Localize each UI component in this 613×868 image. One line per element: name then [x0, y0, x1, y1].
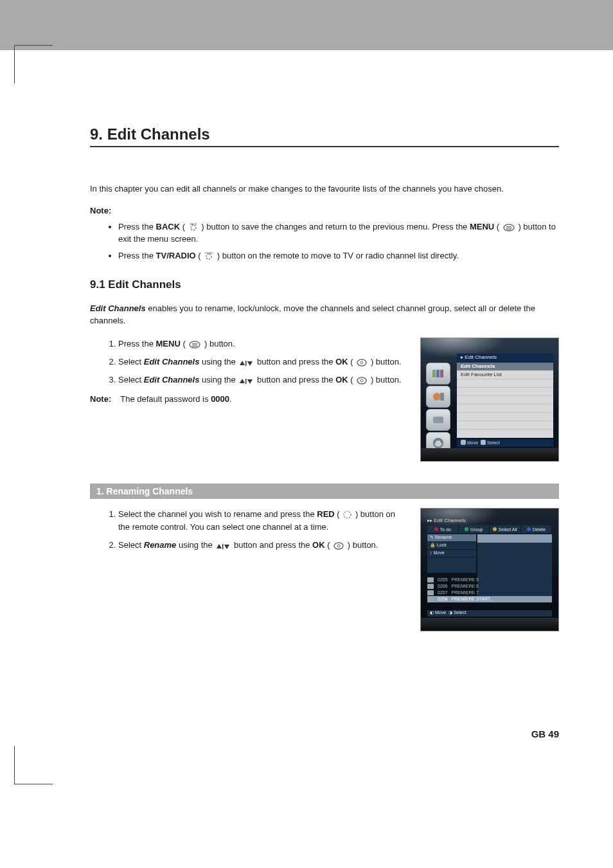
- svg-rect-31: [222, 544, 224, 549]
- up-down-icon: [216, 543, 230, 550]
- svg-point-0: [191, 225, 196, 230]
- ok-icon: [357, 377, 367, 384]
- svg-rect-13: [245, 361, 247, 366]
- chapter-title: 9. Edit Channels: [90, 125, 559, 143]
- svg-marker-17: [240, 379, 245, 383]
- tvradio-icon: TV/RADIO: [204, 251, 213, 260]
- ok-icon: [357, 359, 367, 366]
- chapter-rule: [90, 146, 559, 147]
- intro-paragraph: In this chapter you can edit all channel…: [90, 183, 559, 195]
- svg-rect-22: [432, 370, 436, 377]
- section-9-1-intro: Edit Channels enables you to rename, loc…: [90, 303, 559, 327]
- svg-marker-19: [247, 379, 253, 384]
- step-3: Select Edit Channels using the button an…: [118, 374, 405, 386]
- rename-step-2: Select Rename using the button and press…: [118, 539, 405, 552]
- menu-icon-settings: [426, 409, 450, 431]
- note-bullet-2: Press the TV/RADIO ( TV/RADIO ) button o…: [118, 249, 559, 262]
- svg-point-25: [433, 393, 441, 401]
- note-list: Press the BACK ( BACK ) button to save t…: [118, 221, 559, 262]
- svg-rect-9: [192, 343, 197, 344]
- page-number: GB 49: [531, 728, 559, 739]
- back-icon: BACK: [189, 222, 198, 231]
- note-2: Note: The default password is 0000.: [90, 394, 405, 404]
- svg-rect-18: [245, 379, 247, 384]
- crop-mark-top-left: [14, 45, 53, 84]
- svg-marker-14: [247, 361, 253, 366]
- svg-point-16: [360, 361, 363, 364]
- svg-point-15: [357, 359, 366, 366]
- svg-rect-10: [192, 345, 197, 345]
- menu-icon-channels: [426, 363, 450, 384]
- figure-menu-screenshot: ▸ Edit Channels Edit Channels Edit Favou…: [420, 338, 559, 462]
- svg-marker-30: [217, 544, 222, 548]
- figure-edit-channels-screenshot: ▸▸ Edit Channels To do Group Select All …: [420, 508, 559, 631]
- red-button-icon: [343, 511, 351, 519]
- svg-rect-24: [440, 370, 443, 377]
- svg-rect-11: [192, 346, 197, 347]
- steps-list-1: Press the MENU ( ) button. Select Edit C…: [118, 338, 405, 386]
- top-gray-bar: [0, 0, 613, 50]
- svg-rect-26: [440, 393, 444, 401]
- rename-step-1: Select the channel you wish to rename an…: [118, 508, 405, 534]
- svg-rect-3: [506, 226, 511, 227]
- svg-point-29: [344, 511, 351, 518]
- note-label: Note:: [90, 206, 559, 215]
- svg-point-33: [334, 543, 343, 549]
- svg-point-20: [357, 377, 366, 384]
- svg-rect-4: [506, 228, 511, 228]
- menu-icon: [503, 224, 515, 231]
- up-down-icon: [239, 378, 253, 384]
- note-bullet-1: Press the BACK ( BACK ) button to save t…: [118, 221, 559, 246]
- svg-point-34: [337, 545, 340, 547]
- steps-list-2: Select the channel you wish to rename an…: [118, 508, 405, 552]
- step-2: Select Edit Channels using the button an…: [118, 356, 405, 368]
- crop-mark-bottom-left: [14, 746, 53, 784]
- step-1: Press the MENU ( ) button.: [118, 338, 405, 350]
- svg-marker-12: [240, 361, 245, 365]
- section-9-1-title: 9.1 Edit Channels: [90, 278, 559, 291]
- svg-text:BACK: BACK: [190, 222, 197, 226]
- subsection-1-title: 1. Renaming Channels: [90, 484, 559, 499]
- menu-icon-guide: [426, 386, 450, 408]
- svg-point-21: [360, 379, 363, 382]
- ok-icon: [333, 542, 344, 550]
- svg-rect-27: [433, 417, 443, 423]
- menu-icon: [189, 341, 200, 348]
- svg-marker-32: [224, 545, 229, 549]
- up-down-icon: [239, 360, 253, 366]
- svg-point-6: [206, 254, 211, 259]
- svg-rect-5: [506, 229, 511, 230]
- svg-text:TV/RADIO: TV/RADIO: [204, 252, 213, 255]
- svg-rect-23: [436, 370, 440, 377]
